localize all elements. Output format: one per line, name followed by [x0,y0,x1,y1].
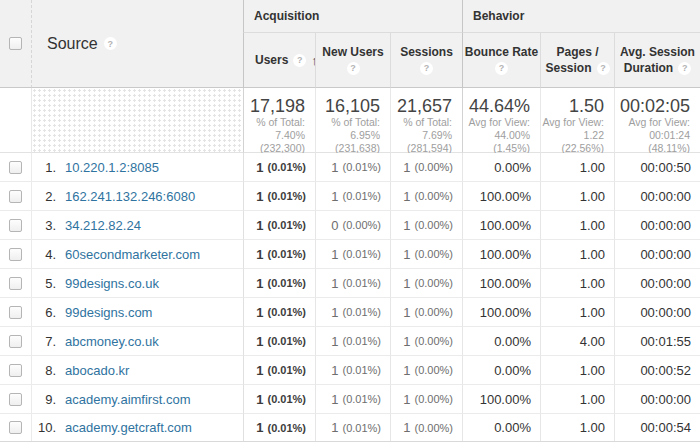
source-column-label: Source [47,35,98,53]
new-users-value: 1 [331,160,338,175]
source-link[interactable]: 99designs.co.uk [65,276,159,291]
new-users-percent: (0.01%) [342,248,381,260]
column-header-source[interactable]: Source ? [31,0,243,88]
avg-session-duration-value: 00:00:00 [640,392,691,407]
row-checkbox[interactable] [9,306,22,319]
source-link[interactable]: 60secondmarketer.com [65,247,200,262]
new-users-percent: (0.01%) [342,335,381,347]
row-checkbox[interactable] [9,421,22,434]
pages-session-cell: 1.00 [540,385,614,414]
source-link[interactable]: academy.aimfirst.com [65,392,190,407]
source-link[interactable]: 34.212.82.24 [65,218,141,233]
help-icon[interactable]: ? [420,62,433,75]
pages-session-value: 1.00 [580,420,605,435]
source-link[interactable]: 162.241.132.246:6080 [65,189,195,204]
summary-sessions-value: 21,657 [391,96,452,116]
help-icon[interactable]: ? [495,62,508,75]
source-link[interactable]: 10.220.1.2:8085 [65,160,159,175]
source-cell: 7. abcmoney.co.uk [31,327,243,356]
column-header-users[interactable]: Users ? ↑ [243,33,315,88]
users-cell: 1 (0.01%) [243,385,315,414]
bounce-rate-cell: 0.00% [462,356,540,385]
column-header-avg-session-duration[interactable]: Avg. Session Duration ? [614,33,700,88]
avg-session-duration-value: 00:00:00 [640,218,691,233]
new-users-value: 1 [331,334,338,349]
row-checkbox[interactable] [9,364,22,377]
help-icon[interactable]: ? [678,62,691,75]
row-number: 7. [32,334,56,349]
bounce-rate-cell: 100.00% [462,269,540,298]
new-users-value: 1 [331,276,338,291]
column-header-new-users[interactable]: New Users ? [315,33,390,88]
bounce-rate-cell: 0.00% [462,327,540,356]
new-users-value: 1 [331,189,338,204]
summary-avg-session-duration-value: 00:02:05 [615,96,690,116]
sessions-percent: (0.00%) [414,277,453,289]
new-users-value: 1 [331,305,338,320]
row-checkbox[interactable] [9,248,22,261]
users-cell: 1 (0.01%) [243,327,315,356]
users-cell: 1 (0.01%) [243,240,315,269]
sessions-percent: (0.00%) [414,422,453,434]
column-header-pages-session[interactable]: Pages / Session ? [540,33,614,88]
new-users-cell: 1 (0.01%) [315,298,390,327]
bounce-rate-cell: 100.00% [462,240,540,269]
pages-session-value: 1.00 [580,218,605,233]
sessions-value: 1 [403,247,410,262]
row-checkbox-cell [0,414,31,442]
source-link[interactable]: academy.getcraft.com [65,420,192,435]
pages-session-value: 1.00 [580,392,605,407]
source-cell: 5. 99designs.co.uk [31,269,243,298]
users-value: 1 [256,363,263,378]
row-checkbox[interactable] [9,335,22,348]
avg-session-duration-cell: 00:00:00 [614,182,700,211]
group-header-acquisition: Acquisition [243,0,462,33]
avg-session-duration-value: 00:00:52 [640,363,691,378]
bounce-rate-cell: 100.00% [462,182,540,211]
pages-session-column-label-line2: Session [545,62,591,75]
users-value: 1 [256,189,263,204]
row-checkbox-cell [0,153,31,182]
help-icon[interactable]: ? [104,37,117,50]
help-icon[interactable]: ? [347,62,360,75]
help-icon[interactable]: ? [597,62,610,75]
users-value: 1 [256,247,263,262]
select-all-checkbox[interactable] [9,37,22,50]
source-link[interactable]: abocado.kr [65,363,129,378]
users-cell: 1 (0.01%) [243,414,315,442]
new-users-value: 1 [331,247,338,262]
row-number: 4. [32,247,56,262]
new-users-cell: 1 (0.01%) [315,414,390,442]
sessions-percent: (0.00%) [414,335,453,347]
analytics-sources-table: Source ? Acquisition Behavior Users ? ↑ … [0,0,700,442]
source-link[interactable]: abcmoney.co.uk [65,334,159,349]
new-users-percent: (0.01%) [342,393,381,405]
row-checkbox[interactable] [9,190,22,203]
row-checkbox[interactable] [9,161,22,174]
avg-session-duration-cell: 00:00:00 [614,211,700,240]
pages-session-value: 1.00 [580,247,605,262]
source-link[interactable]: 99designs.com [65,305,152,320]
users-percent: (0.01%) [267,422,306,434]
avg-session-duration-value: 00:01:55 [640,334,691,349]
row-checkbox[interactable] [9,277,22,290]
pages-session-value: 4.00 [580,334,605,349]
row-number: 2. [32,189,56,204]
bounce-rate-column-label: Bounce Rate [465,46,538,59]
sessions-value: 1 [403,334,410,349]
new-users-percent: (0.01%) [342,277,381,289]
column-header-bounce-rate[interactable]: Bounce Rate ? [462,33,540,88]
source-cell: 3. 34.212.82.24 [31,211,243,240]
row-checkbox[interactable] [9,393,22,406]
bounce-rate-value: 100.00% [480,276,531,291]
sessions-value: 1 [403,160,410,175]
sessions-cell: 1 (0.00%) [390,385,462,414]
new-users-value: 0 [331,218,338,233]
pages-session-cell: 4.00 [540,327,614,356]
pages-session-cell: 1.00 [540,240,614,269]
pages-session-value: 1.00 [580,305,605,320]
help-icon[interactable]: ? [293,54,306,67]
row-checkbox-cell [0,385,31,414]
column-header-sessions[interactable]: Sessions ? [390,33,462,88]
row-checkbox[interactable] [9,219,22,232]
